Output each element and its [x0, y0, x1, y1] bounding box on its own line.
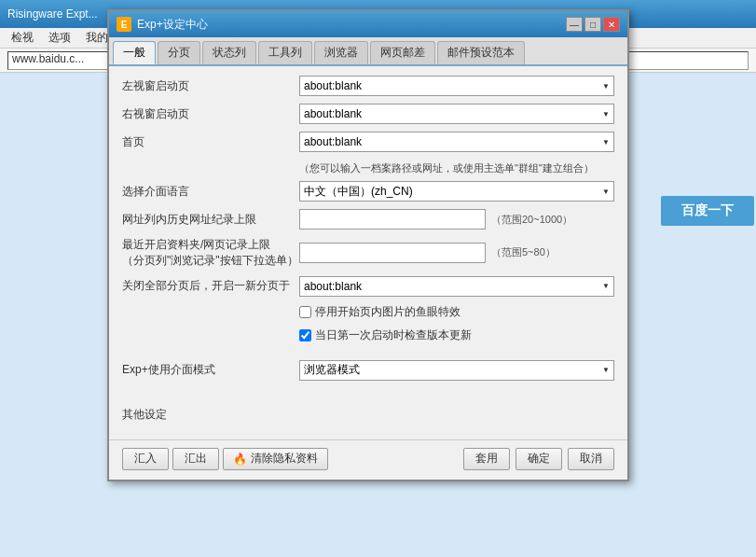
bg-baidu-button[interactable]: 百度一下 — [661, 196, 754, 226]
dialog-content: 左视窗启动页 about:blank ▼ 右视窗启动页 about:blank … — [109, 66, 627, 439]
maximize-button[interactable]: □ — [584, 17, 601, 32]
left-startup-label: 左视窗启动页 — [122, 78, 299, 94]
right-startup-value: about:blank — [304, 107, 362, 120]
tab-pages[interactable]: 分页 — [158, 41, 200, 64]
left-startup-display[interactable]: about:blank ▼ — [299, 76, 614, 96]
recent-limit-input[interactable]: 20 — [299, 243, 486, 263]
recent-limit-label: 最近开启资料夹/网页记录上限 （分页列"浏览记录"按钮下拉选单） — [122, 237, 299, 269]
language-label: 选择介面语言 — [122, 184, 299, 200]
right-startup-arrow: ▼ — [602, 110, 610, 118]
history-limit-input-area: 1000 （范围20~1000） — [299, 209, 614, 230]
homepage-hint: （您可以输入一档案路径或网址，或使用主选单"群组"建立组合） — [299, 160, 614, 181]
bg-menu-inspect[interactable]: 检视 — [4, 28, 41, 48]
other-settings-label: 其他设定 — [122, 407, 614, 423]
update-check-label: 当日第一次启动时检查版本更新 — [315, 327, 472, 343]
close-tab-label: 关闭全部分页后，开启一新分页于 — [122, 278, 299, 294]
close-tab-dropdown[interactable]: about:blank ▼ — [299, 276, 614, 297]
dialog-footer: 汇入 汇出 🔥 清除隐私资料 套用 确定 取消 — [109, 439, 627, 480]
close-tab-arrow: ▼ — [602, 282, 610, 290]
history-limit-input[interactable]: 1000 — [299, 209, 486, 230]
recent-limit-input-area: 20 （范围5~80） — [299, 243, 614, 263]
language-dropdown[interactable]: 中文（中国）(zh_CN) ▼ — [299, 181, 614, 202]
dialog-title-text: Exp+设定中心 — [137, 17, 208, 33]
import-button[interactable]: 汇入 — [122, 448, 169, 470]
tab-statusbar[interactable]: 状态列 — [202, 41, 256, 64]
dialog-titlebar: E Exp+设定中心 — □ ✕ — [109, 11, 627, 37]
fisheye-checkbox[interactable] — [299, 306, 311, 318]
spacer2 — [122, 388, 614, 407]
left-startup-row: 左视窗启动页 about:blank ▼ — [122, 76, 614, 96]
update-check-row: 当日第一次启动时检查版本更新 — [299, 327, 614, 343]
left-startup-dropdown[interactable]: about:blank ▼ — [299, 76, 614, 96]
left-startup-arrow: ▼ — [602, 82, 610, 91]
homepage-display[interactable]: about:blank ▼ — [299, 132, 614, 152]
homepage-dropdown[interactable]: about:blank ▼ — [299, 132, 614, 152]
history-limit-label: 网址列内历史网址纪录上限 — [122, 212, 299, 228]
dialog-title-area: E Exp+设定中心 — [117, 17, 208, 33]
interface-mode-arrow: ▼ — [602, 366, 610, 374]
right-startup-display[interactable]: about:blank ▼ — [299, 104, 614, 124]
right-startup-dropdown[interactable]: about:blank ▼ — [299, 104, 614, 124]
close-button[interactable]: ✕ — [603, 17, 620, 32]
interface-mode-display[interactable]: 浏览器模式 ▼ — [299, 360, 614, 381]
interface-mode-label: Exp+使用介面模式 — [122, 362, 299, 378]
spacer — [122, 351, 614, 360]
homepage-value: about:blank — [304, 135, 362, 148]
tab-general[interactable]: 一般 — [113, 41, 156, 64]
fisheye-row: 停用开始页内图片的鱼眼特效 — [299, 304, 614, 320]
tab-browser[interactable]: 浏览器 — [314, 41, 368, 64]
tab-toolbar[interactable]: 工具列 — [258, 41, 312, 64]
tab-bar: 一般 分页 状态列 工具列 浏览器 网页邮差 邮件预设范本 — [109, 37, 627, 66]
homepage-label: 首页 — [122, 134, 299, 150]
tab-mail[interactable]: 网页邮差 — [370, 41, 435, 64]
language-display[interactable]: 中文（中国）(zh_CN) ▼ — [299, 181, 614, 202]
history-limit-row: 网址列内历史网址纪录上限 1000 （范围20~1000） — [122, 209, 614, 230]
bg-menu-options[interactable]: 选项 — [41, 28, 78, 48]
right-startup-row: 右视窗启动页 about:blank ▼ — [122, 104, 614, 124]
interface-mode-dropdown[interactable]: 浏览器模式 ▼ — [299, 360, 614, 381]
clear-privacy-button[interactable]: 🔥 清除隐私资料 — [223, 448, 328, 470]
recent-limit-row: 最近开启资料夹/网页记录上限 （分页列"浏览记录"按钮下拉选单） 20 （范围5… — [122, 237, 614, 269]
interface-mode-row: Exp+使用介面模式 浏览器模式 ▼ — [122, 360, 614, 381]
dialog-icon: E — [117, 17, 131, 32]
homepage-row: 首页 about:blank ▼ — [122, 132, 614, 152]
history-limit-range: （范围20~1000） — [491, 213, 572, 227]
recent-limit-range: （范围5~80） — [491, 245, 556, 259]
footer-left-buttons: 汇入 汇出 🔥 清除隐私资料 — [122, 448, 328, 470]
language-arrow: ▼ — [602, 188, 610, 196]
close-tab-row: 关闭全部分页后，开启一新分页于 about:blank ▼ — [122, 276, 614, 297]
close-tab-display[interactable]: about:blank ▼ — [299, 276, 614, 297]
right-startup-label: 右视窗启动页 — [122, 106, 299, 122]
minimize-button[interactable]: — — [566, 17, 583, 32]
broom-icon: 🔥 — [233, 453, 247, 466]
bg-window-title: Risingware Expt... — [7, 7, 98, 21]
interface-mode-value: 浏览器模式 — [304, 362, 360, 378]
language-value: 中文（中国）(zh_CN) — [304, 184, 413, 200]
export-button[interactable]: 汇出 — [172, 448, 219, 470]
left-startup-value: about:blank — [304, 79, 362, 92]
tab-mail-template[interactable]: 邮件预设范本 — [437, 41, 525, 64]
cancel-button[interactable]: 取消 — [568, 448, 614, 470]
settings-dialog: E Exp+设定中心 — □ ✕ 一般 分页 状态列 工具列 浏览器 网页邮差 … — [107, 9, 629, 481]
apply-button[interactable]: 套用 — [463, 448, 510, 470]
footer-right-buttons: 套用 确定 取消 — [463, 448, 614, 470]
fisheye-label: 停用开始页内图片的鱼眼特效 — [315, 304, 460, 320]
ok-button[interactable]: 确定 — [515, 448, 562, 470]
language-row: 选择介面语言 中文（中国）(zh_CN) ▼ — [122, 181, 614, 202]
update-check-checkbox[interactable] — [299, 329, 311, 341]
dialog-window-controls: — □ ✕ — [566, 17, 620, 32]
close-tab-value: about:blank — [304, 280, 362, 293]
clear-privacy-label: 清除隐私资料 — [251, 451, 318, 466]
homepage-arrow: ▼ — [602, 138, 610, 146]
